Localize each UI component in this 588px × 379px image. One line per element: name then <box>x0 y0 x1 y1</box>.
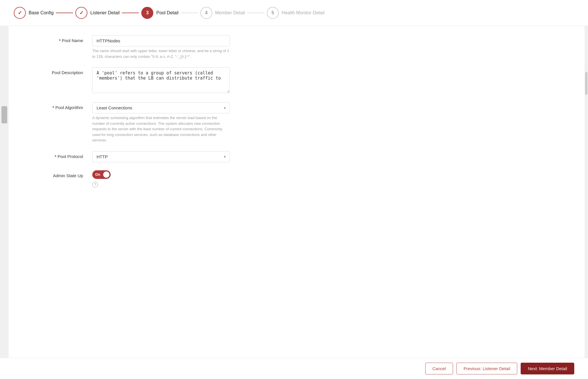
step-label-2: Listener Detail <box>90 10 119 15</box>
pool-name-hint: The name should start with upper letter,… <box>92 48 230 59</box>
admin-state-label: Admin State Up <box>26 170 83 178</box>
pool-algorithm-field: Round Robin Least Connections Source IP … <box>92 102 230 143</box>
step-pool-detail[interactable]: 3 Pool Detail <box>141 7 178 19</box>
check-icon-1: ✓ <box>18 10 22 16</box>
scroll-indicator <box>1 106 7 123</box>
pool-algorithm-row: Pool Algorithm Round Robin Least Connect… <box>26 102 567 143</box>
step-number-5: 5 <box>271 10 274 15</box>
pool-name-row: Pool Name The name should start with upp… <box>26 35 567 59</box>
pool-algorithm-select[interactable]: Round Robin Least Connections Source IP <box>92 102 230 113</box>
pool-algorithm-select-wrapper: Round Robin Least Connections Source IP … <box>92 102 230 113</box>
pool-description-row: Pool Description A 'pool' refers to a gr… <box>26 67 567 94</box>
toggle-thumb <box>103 171 109 178</box>
pool-name-label: Pool Name <box>26 35 83 43</box>
stepper: ✓ Base Config ✓ Listener Detail 3 Pool D… <box>0 0 588 26</box>
step-circle-2: ✓ <box>75 7 87 19</box>
step-label-5: Health Monitor Detail <box>282 10 324 15</box>
step-number-3: 3 <box>146 10 149 15</box>
step-number-4: 4 <box>205 10 207 15</box>
toggle-wrapper: On <box>92 170 230 179</box>
step-label-4: Member Detail <box>215 10 245 15</box>
pool-protocol-select-wrapper: HTTP HTTPS TCP ▾ <box>92 151 230 162</box>
left-panel <box>0 26 9 358</box>
pool-name-field: The name should start with upper letter,… <box>92 35 230 59</box>
pool-algorithm-hint: A dynamic scheduling algorithm that esti… <box>92 115 230 143</box>
connector-2-3 <box>122 13 139 13</box>
step-label-3: Pool Detail <box>156 10 178 15</box>
pool-protocol-row: Pool Protocol HTTP HTTPS TCP ▾ <box>26 151 567 162</box>
step-member-detail[interactable]: 4 Member Detail <box>200 7 245 19</box>
next-button[interactable]: Next: Member Detail <box>521 363 574 374</box>
pool-description-field: A 'pool' refers to a group of servers (c… <box>92 67 230 94</box>
connector-4-5 <box>247 13 264 13</box>
admin-state-row: Admin State Up On ? <box>26 170 567 187</box>
pool-description-textarea[interactable]: A 'pool' refers to a group of servers (c… <box>92 67 230 93</box>
scrollbar-thumb[interactable] <box>585 72 587 95</box>
cancel-button[interactable]: Cancel <box>425 363 453 374</box>
check-icon-2: ✓ <box>79 10 84 16</box>
pool-protocol-select[interactable]: HTTP HTTPS TCP <box>92 151 230 162</box>
step-circle-4: 4 <box>200 7 212 19</box>
step-health-monitor[interactable]: 5 Health Monitor Detail <box>267 7 324 19</box>
toggle-on-label: On <box>95 172 100 177</box>
pool-description-label: Pool Description <box>26 67 83 75</box>
footer: Cancel Previous: Listener Detail Next: M… <box>0 358 588 379</box>
previous-button[interactable]: Previous: Listener Detail <box>456 363 518 374</box>
connector-3-4 <box>181 13 198 13</box>
step-circle-3: 3 <box>141 7 153 19</box>
step-circle-5: 5 <box>267 7 279 19</box>
help-icon[interactable]: ? <box>92 182 98 187</box>
pool-protocol-field: HTTP HTTPS TCP ▾ <box>92 151 230 162</box>
connector-1-2 <box>56 13 73 13</box>
admin-state-toggle[interactable]: On <box>92 170 111 179</box>
right-scrollbar <box>585 26 588 358</box>
pool-protocol-label: Pool Protocol <box>26 151 83 159</box>
pool-algorithm-label: Pool Algorithm <box>26 102 83 110</box>
step-listener-detail[interactable]: ✓ Listener Detail <box>75 7 119 19</box>
step-label-1: Base Config <box>29 10 54 15</box>
content-area: Pool Name The name should start with upp… <box>9 26 585 358</box>
step-base-config[interactable]: ✓ Base Config <box>14 7 54 19</box>
admin-state-col: On ? <box>92 170 230 187</box>
admin-state-field: On ? <box>92 170 230 187</box>
step-circle-1: ✓ <box>14 7 26 19</box>
pool-name-input[interactable] <box>92 35 230 46</box>
